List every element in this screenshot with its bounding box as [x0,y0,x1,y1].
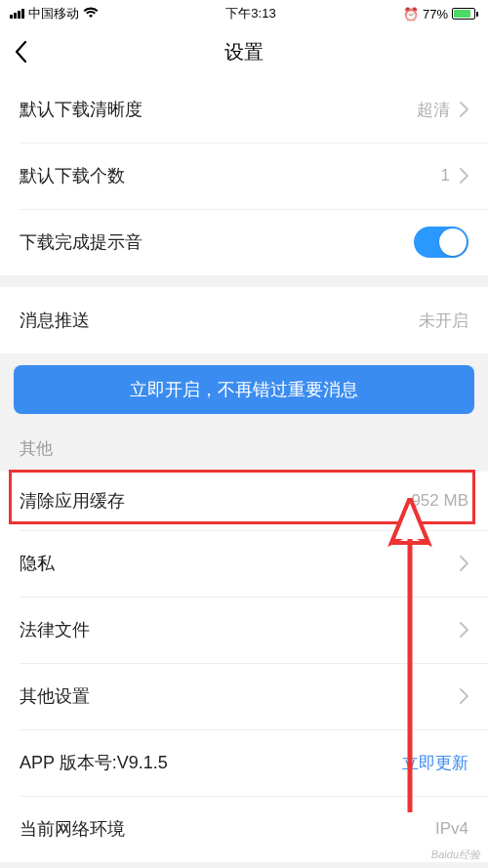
row-value: 1 [441,166,450,186]
nav-bar: 设置 [0,27,488,76]
row-label: 消息推送 [20,309,90,332]
battery-percent: 77% [423,7,448,21]
row-label: APP 版本号:V9.1.5 [20,751,168,774]
chevron-right-icon [460,688,468,704]
row-value: 952 MB [411,491,468,511]
row-download-quality[interactable]: 默认下载清晰度 超清 [0,76,488,143]
battery-icon [452,8,478,20]
download-section: 默认下载清晰度 超清 默认下载个数 1 下载完成提示音 [0,76,488,275]
download-sound-toggle[interactable] [414,227,468,258]
row-value: 超清 [417,99,450,121]
status-right: ⏰ 77% [403,7,478,21]
row-legal[interactable]: 法律文件 [0,597,488,663]
row-label: 清除应用缓存 [20,489,125,513]
push-section: 消息推送 未开启 [0,287,488,353]
row-label: 法律文件 [20,618,90,641]
watermark: Baidu经验 [431,847,480,862]
chevron-right-icon [460,102,468,117]
banner-text: 立即开启，不再错过重要消息 [130,378,358,401]
row-value: 未开启 [419,310,468,332]
status-bar: 中国移动 下午3:13 ⏰ 77% [0,0,488,27]
page-title: 设置 [224,39,264,65]
banner-wrapper: 立即开启，不再错过重要消息 [0,353,488,414]
carrier-label: 中国移动 [28,5,79,22]
back-button[interactable] [14,40,27,63]
section-title-other: 其他 [0,414,488,472]
row-label: 当前网络环境 [20,817,125,841]
divider [0,275,488,287]
row-other-settings[interactable]: 其他设置 [0,663,488,729]
row-push[interactable]: 消息推送 未开启 [0,287,488,353]
row-label: 下载完成提示音 [20,230,142,254]
chevron-right-icon [460,622,468,638]
enable-push-banner[interactable]: 立即开启，不再错过重要消息 [14,365,474,414]
row-privacy[interactable]: 隐私 [0,530,488,597]
row-clear-cache[interactable]: 清除应用缓存 952 MB [0,472,488,530]
row-label: 默认下载清晰度 [20,98,142,121]
row-version[interactable]: APP 版本号:V9.1.5 立即更新 [0,729,488,796]
row-label: 默认下载个数 [20,164,125,187]
chevron-right-icon [460,556,468,571]
row-network: 当前网络环境 IPv4 [0,796,488,862]
divider [0,862,488,868]
alarm-icon: ⏰ [403,7,419,21]
row-label: 隐私 [20,552,55,575]
signal-icon [10,9,24,19]
row-download-sound: 下载完成提示音 [0,209,488,275]
chevron-right-icon [460,168,468,184]
row-value: IPv4 [435,819,468,839]
status-left: 中国移动 [10,5,99,22]
row-download-count[interactable]: 默认下载个数 1 [0,143,488,209]
update-link[interactable]: 立即更新 [402,752,468,774]
row-label: 其他设置 [20,684,90,708]
other-section: 清除应用缓存 952 MB 隐私 法律文件 其他设置 APP 版本号:V9.1.… [0,472,488,862]
status-time: 下午3:13 [225,5,275,22]
wifi-icon [83,6,99,21]
